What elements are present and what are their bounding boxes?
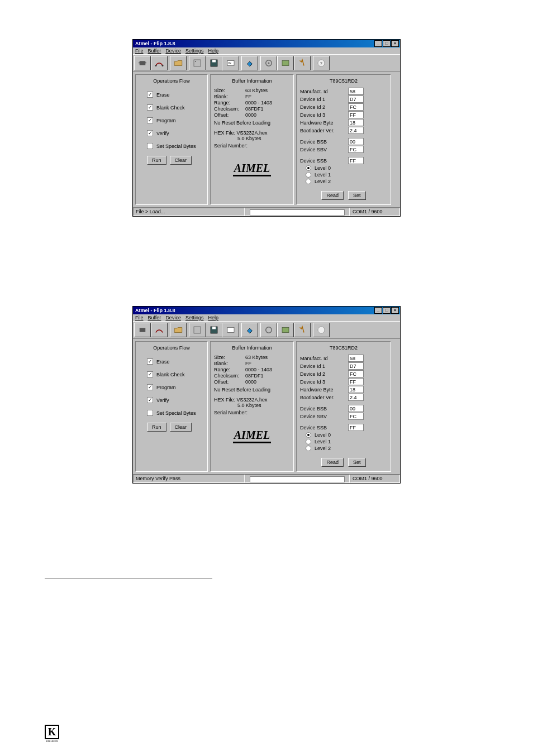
toolbar-save-icon[interactable] (206, 323, 222, 337)
level2-radio[interactable] (306, 446, 311, 451)
minimize-button[interactable]: _ (374, 40, 382, 47)
window-title: Atmel - Flip 1.8.8 (135, 308, 175, 313)
read-button[interactable]: Read (321, 458, 344, 467)
buffer-info-panel: Buffer Information Size:63 Kbytes Blank:… (210, 74, 294, 205)
toolbar-save-icon[interactable] (206, 56, 222, 70)
menu-help[interactable]: Help (208, 315, 218, 320)
level0-radio[interactable] (306, 165, 311, 171)
level1-label: Level 1 (315, 439, 331, 444)
device-id2-field[interactable]: FC (348, 370, 364, 377)
program-label: Program (156, 385, 176, 390)
svg-rect-21 (212, 327, 216, 329)
blank-check-checkbox[interactable] (147, 371, 153, 377)
toolbar-chip-icon[interactable] (134, 323, 151, 337)
toolbar-help-icon[interactable] (313, 323, 330, 337)
toolbar-target-icon[interactable] (260, 56, 277, 70)
menu-help[interactable]: Help (208, 48, 218, 54)
svg-text:?: ? (320, 61, 322, 66)
close-button[interactable]: × (391, 40, 399, 47)
program-checkbox[interactable] (147, 117, 153, 123)
device-id3-field[interactable]: FF (348, 378, 364, 385)
erase-checkbox[interactable] (147, 92, 153, 98)
range-value: 0000 - 1403 (245, 100, 272, 106)
device-id1-field[interactable]: D7 (348, 362, 364, 370)
toolbar-board-icon[interactable] (277, 323, 294, 337)
toolbar-run-icon[interactable] (294, 56, 311, 70)
device-ssb-field[interactable]: FF (348, 424, 364, 431)
set-button[interactable]: Set (348, 191, 366, 200)
toolbar-target-icon[interactable] (260, 323, 277, 337)
bootloader-ver-field[interactable]: 2.4 (348, 127, 364, 134)
device-ssb-label: Device SSB (300, 158, 346, 164)
minimize-button[interactable]: _ (374, 307, 382, 314)
toolbar-fill-icon[interactable] (241, 323, 258, 337)
menu-device[interactable]: Device (165, 48, 181, 54)
manufact-id-label: Manufact. Id (300, 89, 346, 94)
titlebar: Atmel - Flip 1.8.8 _ □ × (133, 40, 400, 47)
toolbar-board-icon[interactable] (277, 56, 294, 70)
clear-button[interactable]: Clear (170, 423, 192, 432)
verify-label: Verify (156, 131, 169, 136)
bootloader-ver-label: Bootloader Ver. (300, 395, 346, 400)
level0-radio[interactable] (306, 432, 311, 438)
device-bsb-field[interactable]: 00 (348, 405, 364, 412)
device-id2-field[interactable]: FC (348, 103, 364, 111)
menu-file[interactable]: File (135, 315, 144, 320)
device-id3-field[interactable]: FF (348, 111, 364, 118)
checksum-key: Checksum: (214, 373, 245, 379)
toolbar-run-icon[interactable] (294, 323, 311, 337)
manufact-id-field[interactable]: 58 (348, 355, 364, 362)
set-button[interactable]: Set (348, 458, 366, 467)
toolbar-fill-icon[interactable] (241, 56, 258, 70)
hardware-byte-field[interactable]: 18 (348, 119, 364, 126)
bootloader-ver-field[interactable]: 2.4 (348, 394, 364, 401)
device-sbv-field[interactable]: FC (348, 146, 364, 153)
verify-checkbox[interactable] (147, 397, 153, 403)
blank-key: Blank: (214, 361, 245, 366)
level1-radio[interactable] (306, 439, 311, 444)
close-button[interactable]: × (391, 307, 399, 314)
verify-checkbox[interactable] (147, 130, 153, 136)
erase-checkbox[interactable] (147, 358, 153, 365)
level1-radio[interactable] (306, 172, 311, 178)
maximize-button[interactable]: □ (383, 40, 391, 47)
run-button[interactable]: Run (147, 423, 166, 432)
toolbar-edit-buffer-icon[interactable] (189, 56, 206, 70)
range-value: 0000 - 1403 (245, 367, 272, 372)
toolbar-cable-icon[interactable] (151, 56, 168, 70)
toolbar-address-icon[interactable] (222, 323, 239, 337)
device-ssb-field[interactable]: FF (348, 157, 364, 164)
menu-file[interactable]: File (135, 48, 144, 54)
toolbar-help-icon[interactable]: ? (313, 56, 330, 70)
device-sbv-field[interactable]: FC (348, 413, 364, 420)
device-bsb-field[interactable]: 00 (348, 138, 364, 145)
run-button[interactable]: Run (147, 156, 166, 165)
blank-check-checkbox[interactable] (147, 104, 153, 111)
read-button[interactable]: Read (321, 191, 344, 200)
range-key: Range: (214, 100, 245, 106)
device-id1-field[interactable]: D7 (348, 95, 364, 103)
toolbar-address-icon[interactable]: 0x (222, 56, 239, 70)
menu-buffer[interactable]: Buffer (148, 48, 161, 54)
maximize-button[interactable]: □ (383, 307, 391, 314)
hardware-byte-field[interactable]: 18 (348, 386, 364, 393)
program-checkbox[interactable] (147, 384, 153, 390)
level2-radio[interactable] (306, 179, 311, 184)
toolbar-edit-buffer-icon[interactable] (189, 323, 206, 337)
menubar: File Buffer Device Settings Help (133, 314, 400, 321)
blank-value: FF (245, 361, 251, 366)
toolbar-chip-icon[interactable] (134, 56, 151, 70)
menu-device[interactable]: Device (165, 315, 181, 320)
toolbar-cable-icon[interactable] (151, 323, 168, 337)
offset-value: 0000 (245, 379, 256, 385)
toolbar-open-icon[interactable] (170, 56, 187, 70)
verify-label: Verify (156, 398, 169, 403)
manufact-id-field[interactable]: 58 (348, 88, 364, 95)
set-special-bytes-checkbox[interactable] (147, 410, 153, 416)
toolbar-open-icon[interactable] (170, 323, 187, 337)
menu-buffer[interactable]: Buffer (148, 315, 161, 320)
set-special-bytes-checkbox[interactable] (147, 143, 153, 149)
menu-settings[interactable]: Settings (185, 315, 204, 320)
menu-settings[interactable]: Settings (185, 48, 204, 54)
clear-button[interactable]: Clear (170, 156, 192, 165)
